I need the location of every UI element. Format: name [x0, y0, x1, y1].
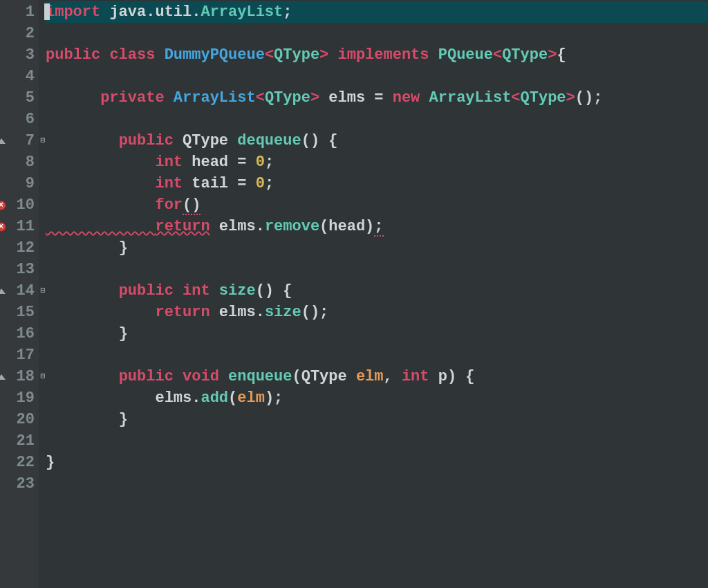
code-line[interactable]: for() — [46, 194, 708, 216]
override-arrow-icon — [0, 138, 6, 144]
gutter-line: 20 — [0, 409, 39, 430]
gutter-line: 6 — [0, 109, 39, 130]
code-editor[interactable]: 1 2 3 4 5 6 7⊟ 8 9 10 11 12 13 14⊟ 15 16… — [0, 0, 708, 588]
fold-open-icon[interactable]: ⊟ — [39, 137, 47, 145]
code-line[interactable]: public int size() { — [46, 280, 708, 302]
code-line[interactable] — [46, 430, 708, 452]
gutter-line[interactable]: 7⊟ — [0, 130, 39, 151]
fold-closed-icon[interactable]: ⊟ — [39, 373, 47, 381]
gutter-line: 13 — [0, 259, 39, 280]
gutter-line: 5 — [0, 87, 39, 109]
gutter-line: 17 — [0, 344, 39, 366]
gutter-line[interactable]: 11 — [0, 216, 39, 237]
code-line[interactable]: public class DummyPQueue<QType> implemen… — [46, 44, 708, 66]
code-line[interactable]: private ArrayList<QType> elms = new Arra… — [46, 87, 708, 109]
code-area[interactable]: import java.util.ArrayList; public class… — [39, 0, 708, 588]
code-line[interactable]: public void enqueue(QType elm, int p) { — [46, 366, 708, 387]
text-cursor — [44, 3, 50, 20]
code-line[interactable]: int head = 0; — [46, 151, 708, 173]
gutter-line: 12 — [0, 237, 39, 259]
gutter-line: 4 — [0, 66, 39, 87]
code-line[interactable]: } — [46, 237, 708, 259]
error-marker-icon[interactable] — [0, 221, 6, 232]
gutter-line: 8 — [0, 151, 39, 173]
gutter-line: 23 — [0, 473, 39, 495]
code-line[interactable] — [46, 344, 708, 366]
override-arrow-icon — [0, 288, 6, 294]
gutter-line: 1 — [0, 1, 39, 23]
gutter-line[interactable]: 14⊟ — [0, 280, 39, 302]
error-marker-icon[interactable] — [0, 200, 6, 210]
gutter-line: 16 — [0, 323, 39, 344]
code-line[interactable]: public QType dequeue() { — [46, 130, 708, 151]
code-line[interactable] — [46, 109, 708, 130]
code-line[interactable]: } — [46, 323, 708, 344]
code-line[interactable]: return elms.remove(head); — [46, 216, 708, 237]
code-line[interactable]: } — [46, 409, 708, 430]
code-line[interactable]: int tail = 0; — [46, 173, 708, 194]
gutter-line: 15 — [0, 302, 39, 323]
gutter-line: 19 — [0, 387, 39, 409]
gutter-line: 22 — [0, 452, 39, 473]
code-line[interactable] — [46, 259, 708, 280]
fold-closed-icon[interactable]: ⊟ — [39, 287, 47, 295]
line-gutter: 1 2 3 4 5 6 7⊟ 8 9 10 11 12 13 14⊟ 15 16… — [0, 0, 39, 588]
gutter-line: 21 — [0, 430, 39, 452]
gutter-line[interactable]: 10 — [0, 194, 39, 216]
gutter-line[interactable]: 18⊟ — [0, 366, 39, 387]
gutter-line: 2 — [0, 23, 39, 44]
code-line[interactable] — [46, 66, 708, 87]
gutter-line: 3 — [0, 44, 39, 66]
code-line[interactable] — [46, 23, 708, 44]
code-line[interactable]: import java.util.ArrayList; — [46, 1, 708, 23]
code-line[interactable]: return elms.size(); — [46, 302, 708, 323]
override-arrow-icon — [0, 374, 6, 380]
code-line[interactable]: elms.add(elm); — [46, 387, 708, 409]
code-line[interactable]: } — [46, 452, 708, 473]
gutter-line: 9 — [0, 173, 39, 194]
code-line[interactable] — [46, 473, 708, 495]
